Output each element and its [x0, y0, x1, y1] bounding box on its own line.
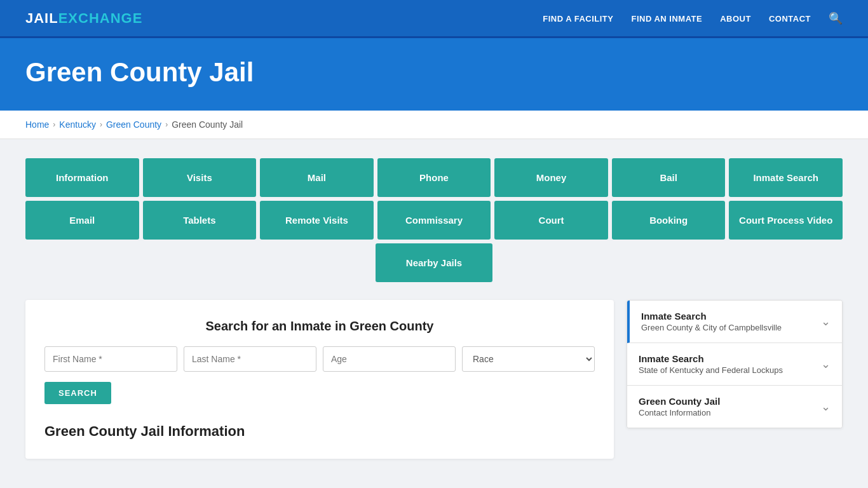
tile-visits[interactable]: Visits [143, 158, 257, 197]
tile-grid-row1: Information Visits Mail Phone Money Bail… [25, 158, 843, 197]
breadcrumb: Home › Kentucky › Green County › Green C… [25, 119, 843, 130]
last-name-input[interactable] [184, 346, 316, 372]
sidebar-item-subtitle-0: Green County & City of Campbellsville [641, 323, 782, 332]
breadcrumb-home[interactable]: Home [25, 119, 49, 130]
section-title-container: Green County Jail Information [44, 423, 595, 440]
chevron-down-icon-0: ⌄ [821, 315, 831, 329]
race-select[interactable]: Race White Black Hispanic Asian Other [462, 346, 595, 372]
breadcrumb-green-county[interactable]: Green County [106, 119, 161, 130]
hero-section: Green County Jail [0, 38, 868, 111]
search-button[interactable]: SEARCH [44, 382, 111, 404]
search-title: Search for an Inmate in Green County [44, 319, 595, 334]
sidebar-item-1[interactable]: Inmate Search State of Kentucky and Fede… [627, 343, 842, 386]
sidebar-item-title-1: Inmate Search [639, 353, 783, 364]
tile-grid-row3: Nearby Jails [25, 243, 843, 282]
tile-commissary[interactable]: Commissary [377, 201, 491, 240]
sidebar-item-title-2: Green County Jail [639, 396, 720, 407]
chevron-down-icon-2: ⌄ [821, 400, 831, 414]
sidebar: Inmate Search Green County & City of Cam… [627, 300, 843, 428]
breadcrumb-kentucky[interactable]: Kentucky [59, 119, 96, 130]
sidebar-item-subtitle-1: State of Kentucky and Federal Lockups [639, 365, 783, 375]
sidebar-item-2[interactable]: Green County Jail Contact Information ⌄ [627, 386, 842, 428]
lower-section: Search for an Inmate in Green County Rac… [25, 300, 843, 459]
breadcrumb-current: Green County Jail [172, 119, 243, 130]
tile-money[interactable]: Money [494, 158, 608, 197]
section-title: Green County Jail Information [44, 423, 245, 439]
tile-remote-visits[interactable]: Remote Visits [260, 201, 374, 240]
breadcrumb-bar: Home › Kentucky › Green County › Green C… [0, 111, 868, 139]
sidebar-item-title-0: Inmate Search [641, 311, 782, 322]
search-form: Race White Black Hispanic Asian Other [44, 346, 595, 372]
tile-court-process-video[interactable]: Court Process Video [729, 201, 843, 240]
tile-tablets[interactable]: Tablets [143, 201, 257, 240]
search-icon-nav[interactable]: 🔍 [829, 11, 843, 25]
tile-email[interactable]: Email [25, 201, 139, 240]
tile-phone[interactable]: Phone [377, 158, 491, 197]
tile-court[interactable]: Court [494, 201, 608, 240]
search-panel: Search for an Inmate in Green County Rac… [25, 300, 614, 459]
tile-grid-row2: Email Tablets Remote Visits Commissary C… [25, 201, 843, 240]
breadcrumb-sep-1: › [53, 120, 55, 129]
first-name-input[interactable] [44, 346, 177, 372]
tile-bail[interactable]: Bail [612, 158, 726, 197]
nav-find-facility[interactable]: FIND A FACILITY [543, 13, 613, 24]
tile-information[interactable]: Information [25, 158, 139, 197]
nav-about[interactable]: ABOUT [720, 13, 751, 24]
page-title: Green County Jail [25, 57, 843, 88]
nav-contact[interactable]: CONTACT [769, 13, 811, 24]
tile-nearby-jails[interactable]: Nearby Jails [376, 243, 492, 282]
logo-exchange: EXCHANGE [58, 10, 143, 26]
main-content: Information Visits Mail Phone Money Bail… [0, 139, 868, 478]
nav-find-inmate[interactable]: FIND AN INMATE [631, 13, 702, 24]
tile-booking[interactable]: Booking [612, 201, 726, 240]
sidebar-item-0[interactable]: Inmate Search Green County & City of Cam… [627, 301, 842, 343]
chevron-down-icon-1: ⌄ [821, 357, 831, 371]
navbar: JAILEXCHANGE FIND A FACILITY FIND AN INM… [0, 0, 868, 38]
tile-mail[interactable]: Mail [260, 158, 374, 197]
tile-inmate-search[interactable]: Inmate Search [729, 158, 843, 197]
logo-jail: JAIL [25, 10, 58, 26]
age-input[interactable] [323, 346, 456, 372]
breadcrumb-sep-2: › [100, 120, 102, 129]
nav-links: FIND A FACILITY FIND AN INMATE ABOUT CON… [543, 11, 843, 25]
logo[interactable]: JAILEXCHANGE [25, 10, 142, 27]
breadcrumb-sep-3: › [165, 120, 168, 129]
sidebar-item-subtitle-2: Contact Information [639, 408, 720, 417]
